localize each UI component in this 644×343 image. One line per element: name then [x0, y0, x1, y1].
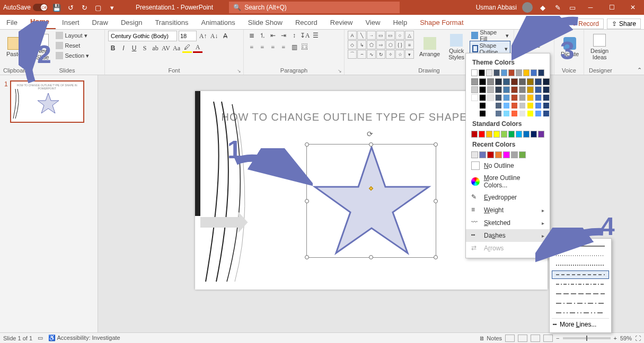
italic-button[interactable]: I — [119, 43, 128, 53]
handle-bm[interactable] — [369, 255, 373, 259]
color-tint[interactable] — [543, 110, 550, 117]
color-tint[interactable] — [503, 86, 510, 93]
color-swatch[interactable] — [508, 69, 515, 76]
color-swatch[interactable] — [471, 131, 478, 138]
more-colors-item[interactable]: More Outline Colors... — [466, 172, 550, 191]
color-swatch[interactable] — [479, 151, 486, 158]
color-tint[interactable] — [495, 94, 502, 101]
tab-transitions[interactable]: Transitions — [148, 16, 195, 29]
tab-review[interactable]: Review — [324, 16, 359, 29]
color-swatch[interactable] — [495, 151, 502, 158]
fit-window-button[interactable]: ⛶ — [635, 335, 641, 341]
share-button[interactable]: ⇪Share — [607, 19, 641, 29]
color-tint[interactable] — [479, 110, 486, 117]
strike-button[interactable]: S — [140, 43, 149, 53]
clear-format-icon[interactable]: A̶ — [220, 31, 230, 41]
highlight-button[interactable]: 🖊 — [182, 43, 192, 53]
shapes-gallery[interactable]: A╲→▭▭○△ ◇↳⬠⇨⬡{ }≡ ⌒⌢∿↻✧☆▾ — [348, 31, 414, 59]
reset-button[interactable]: Reset — [54, 41, 91, 50]
slide-thumbnail-pane[interactable]: 1 HOW TO CHANGE OUTLINE TYPE OF SHAPE IN… — [0, 75, 98, 332]
columns-button[interactable]: ▥ — [289, 42, 299, 52]
color-tint[interactable] — [519, 102, 526, 109]
avatar[interactable] — [522, 2, 533, 13]
color-swatch[interactable] — [471, 69, 478, 76]
tab-help[interactable]: Help — [386, 16, 413, 29]
color-tint[interactable] — [535, 94, 542, 101]
align-text-button[interactable]: ☰ — [311, 31, 320, 40]
color-swatch[interactable] — [516, 69, 522, 76]
slideshow-view-button[interactable] — [543, 335, 553, 342]
color-tint[interactable] — [479, 94, 486, 101]
color-tint[interactable] — [495, 78, 502, 85]
color-tint[interactable] — [527, 102, 534, 109]
color-tint[interactable] — [471, 110, 478, 117]
dash-option-long-dash-dot-dot[interactable] — [552, 309, 609, 317]
tab-view[interactable]: View — [359, 16, 386, 29]
color-tint[interactable] — [511, 102, 518, 109]
collapse-ribbon-icon[interactable]: ⌃ — [637, 67, 642, 74]
zoom-out-button[interactable]: − — [556, 335, 559, 341]
color-swatch[interactable] — [523, 131, 530, 138]
autosave-toggle[interactable]: AutoSave Off — [3, 4, 48, 11]
dictate-button[interactable]: Dictate — [558, 31, 582, 64]
numbering-button[interactable]: ⒈ — [258, 31, 267, 40]
tab-file[interactable]: File — [0, 16, 24, 29]
notes-button[interactable]: 🗎 Notes — [479, 335, 502, 341]
dash-option-long-dash-dot[interactable] — [552, 299, 609, 308]
layout-button[interactable]: Layout▾ — [54, 31, 91, 40]
undo-icon[interactable]: ↺ — [66, 3, 75, 12]
color-tint[interactable] — [503, 102, 510, 109]
shape-fill-button[interactable]: Shape Fill▾ — [470, 31, 510, 40]
color-swatch[interactable] — [479, 131, 485, 138]
color-tint[interactable] — [543, 94, 550, 101]
no-outline-item[interactable]: No Outline — [466, 159, 550, 172]
reading-view-button[interactable] — [531, 335, 540, 342]
dash-option-dash-dot[interactable] — [552, 280, 609, 288]
decrease-font-icon[interactable]: A↓ — [209, 31, 219, 41]
color-tint[interactable] — [519, 86, 526, 93]
dash-option-round-dot[interactable] — [552, 251, 609, 260]
handle-br[interactable] — [434, 255, 438, 259]
color-tint[interactable] — [543, 78, 550, 85]
bullets-button[interactable]: ≣ — [247, 31, 257, 40]
color-tint[interactable] — [479, 78, 486, 85]
section-button[interactable]: Section▾ — [54, 51, 91, 60]
find-button[interactable]: Find — [517, 31, 542, 40]
justify-button[interactable]: ≡ — [279, 42, 288, 52]
handle-tm[interactable] — [369, 142, 373, 147]
spell-check-icon[interactable]: ▭ — [38, 335, 43, 341]
zoom-slider[interactable] — [563, 337, 611, 339]
color-tint[interactable] — [543, 86, 550, 93]
accessibility-status[interactable]: ♿ Accessibility: Investigate — [48, 335, 120, 341]
color-tint[interactable] — [487, 78, 494, 85]
color-tint[interactable] — [495, 110, 502, 117]
color-tint[interactable] — [487, 86, 494, 93]
redo-icon[interactable]: ↻ — [80, 3, 89, 12]
color-tint[interactable] — [511, 94, 518, 101]
underline-button[interactable]: U — [129, 43, 139, 53]
tab-home[interactable]: Home — [24, 15, 56, 29]
dash-option-dash[interactable] — [552, 270, 609, 279]
tab-shape-format[interactable]: Shape Format — [413, 16, 470, 29]
handle-tr[interactable] — [434, 142, 438, 147]
paragraph-launcher-icon[interactable]: ↘ — [338, 68, 342, 74]
save-icon[interactable]: 💾 — [52, 3, 61, 12]
increase-indent-button[interactable]: ⇥ — [279, 31, 288, 40]
color-tint[interactable] — [535, 78, 542, 85]
color-tint[interactable] — [471, 86, 478, 93]
color-tint[interactable] — [471, 94, 478, 101]
color-tint[interactable] — [503, 110, 510, 117]
handle-mr[interactable] — [434, 199, 438, 203]
color-tint[interactable] — [479, 102, 486, 109]
font-color-button[interactable]: A — [193, 43, 202, 53]
color-tint[interactable] — [519, 110, 526, 117]
color-tint[interactable] — [503, 78, 510, 85]
color-swatch[interactable] — [471, 151, 478, 158]
paste-button[interactable]: Paste — [3, 31, 24, 64]
color-tint[interactable] — [527, 78, 534, 85]
dashes-item[interactable]: ┅Dashes▸ — [466, 229, 550, 242]
align-right-button[interactable]: ≡ — [268, 42, 278, 52]
align-center-button[interactable]: ≡ — [258, 42, 267, 52]
color-tint[interactable] — [535, 86, 542, 93]
maximize-button[interactable]: ☐ — [604, 1, 620, 14]
